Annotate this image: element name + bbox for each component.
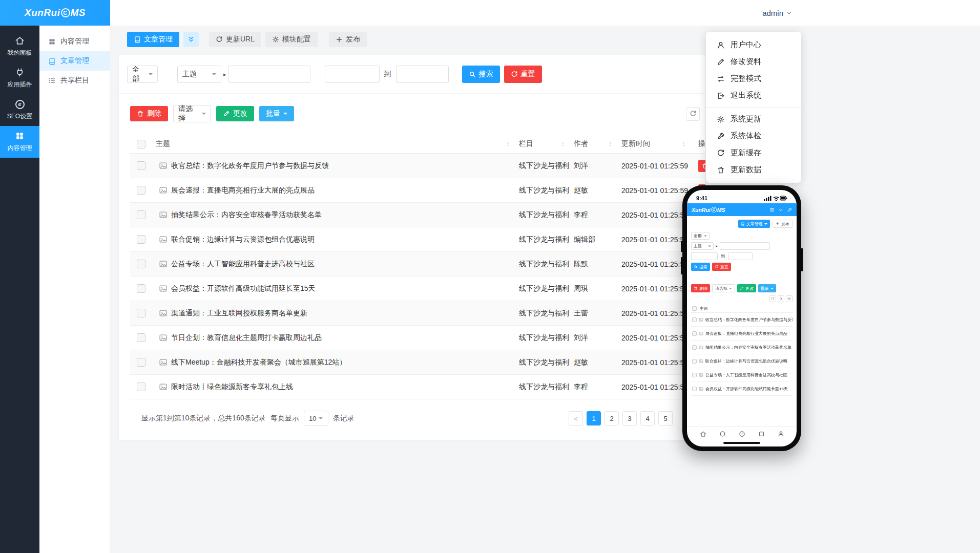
row-checkbox[interactable]	[137, 333, 145, 342]
module-button[interactable]: 文章管理	[127, 32, 179, 47]
change-button[interactable]: 更改	[216, 106, 254, 121]
menu-item-system-update[interactable]: 系统更新	[706, 111, 801, 127]
chevron-down-icon	[283, 113, 287, 117]
row-checkbox[interactable]	[137, 161, 145, 170]
row-checkbox[interactable]	[137, 186, 145, 195]
header-subject[interactable]: 主题	[152, 135, 515, 153]
page-button-3[interactable]: 3	[622, 411, 637, 426]
header-author[interactable]: 作者	[570, 135, 617, 153]
header-ops[interactable]: 操作	[691, 135, 705, 153]
phone-date-from-input[interactable]	[691, 252, 718, 260]
phone-keyword-input[interactable]	[720, 242, 770, 250]
row-checkbox[interactable]	[137, 210, 145, 219]
row-checkbox[interactable]	[137, 309, 145, 317]
date-to-input[interactable]	[396, 66, 449, 83]
plus-circle-icon[interactable]	[739, 431, 745, 437]
header-updated[interactable]: 更新时间	[617, 135, 691, 153]
phone-row-checkbox[interactable]	[692, 317, 697, 322]
batch-button[interactable]: 批量	[259, 106, 294, 121]
menu-item-system-check[interactable]: 系统体检	[706, 127, 801, 144]
rail-item-content[interactable]: 内容管理	[0, 126, 39, 158]
submenu-item-articles[interactable]: 文章管理	[39, 51, 110, 71]
edit-icon	[223, 110, 230, 117]
phone-reset-button[interactable]: 重置	[712, 263, 731, 271]
sort-icon[interactable]	[608, 141, 613, 147]
select-all-checkbox[interactable]	[137, 140, 145, 148]
publish-button[interactable]: 发布	[329, 32, 367, 47]
phone-search-button[interactable]: 搜索	[691, 263, 710, 271]
submenu-item-content[interactable]: 内容管理	[39, 32, 110, 51]
menu-item-edit-profile[interactable]: 修改资料	[706, 53, 801, 70]
header-category[interactable]: 栏目	[515, 135, 570, 153]
phone-delete-button[interactable]: 删除	[691, 284, 710, 292]
page-button-4[interactable]: 4	[640, 411, 655, 426]
update-url-button[interactable]: 更新URL	[209, 32, 261, 47]
chevron-down-icon[interactable]	[778, 207, 783, 212]
menu-icon[interactable]	[786, 295, 793, 302]
menu-item-update-cache[interactable]: 更新缓存	[706, 144, 801, 161]
row-checkbox[interactable]	[137, 260, 145, 268]
phone-module-button[interactable]: 文章管理	[738, 220, 770, 228]
phone-scope-select[interactable]: 全部	[691, 232, 710, 240]
rail-item-plugins[interactable]: 应用插件	[0, 62, 39, 94]
search-icon	[469, 71, 476, 78]
page-size-select[interactable]: 10	[304, 411, 328, 426]
row-delete-button[interactable]	[698, 160, 705, 172]
menu-item-full-mode[interactable]: 完整模式	[706, 70, 801, 87]
menu-item-logout[interactable]: 退出系统	[706, 87, 801, 104]
field-select[interactable]: 主题	[177, 66, 221, 83]
date-from-input[interactable]	[325, 66, 380, 83]
rail-item-label: 内容管理	[8, 144, 32, 153]
refresh-icon[interactable]	[769, 295, 776, 302]
circle-icon[interactable]	[719, 431, 726, 437]
menu-item-update-data[interactable]: 更新数据	[706, 161, 801, 178]
delete-button[interactable]: 删除	[130, 106, 168, 121]
scope-select[interactable]: 全部	[127, 66, 158, 83]
user-icon[interactable]	[778, 431, 784, 437]
row-updated: 2025-01-01 01:25:59	[617, 162, 691, 170]
expand-menu-button[interactable]	[183, 32, 199, 47]
reset-button[interactable]: 重置	[504, 66, 542, 83]
menu-item-user-center[interactable]: 用户中心	[706, 36, 801, 53]
phone-row-checkbox[interactable]	[692, 387, 697, 391]
prev-page-button[interactable]: <	[569, 411, 583, 426]
phone-field-select[interactable]: 主题	[691, 242, 714, 250]
page-button-2[interactable]: 2	[604, 411, 619, 426]
phone-row-checkbox[interactable]	[692, 373, 697, 377]
module-config-button[interactable]: 模块配置	[265, 32, 318, 47]
table-row: 抽奖结果公示：内容安全审核春季活动获奖名单 线下沙龙与福利 李程 2025-01…	[130, 203, 705, 227]
menu-icon[interactable]	[769, 207, 775, 212]
seo-icon: e	[15, 100, 25, 109]
table-refresh-button[interactable]	[686, 107, 700, 121]
row-checkbox[interactable]	[137, 284, 145, 293]
sort-icon[interactable]	[681, 141, 686, 147]
phone-date-to-input[interactable]	[728, 252, 753, 260]
search-icon[interactable]	[778, 295, 784, 302]
admin-user-menu-trigger[interactable]: admin	[762, 0, 792, 26]
phone-status-select[interactable]: 请选择	[712, 284, 735, 292]
keyword-input[interactable]	[228, 66, 310, 83]
status-select[interactable]: 请选择	[173, 105, 211, 122]
phone-row-checkbox[interactable]	[692, 331, 697, 336]
phone-change-button[interactable]: 更改	[737, 284, 756, 292]
wrench-icon[interactable]	[787, 207, 792, 212]
square-icon[interactable]	[758, 431, 765, 437]
phone-batch-button[interactable]: 批量	[758, 284, 776, 292]
rail-item-seo[interactable]: e SEO设置	[0, 94, 39, 126]
home-icon[interactable]	[700, 431, 706, 437]
rail-item-dashboard[interactable]: 我的面板	[0, 31, 39, 62]
search-button[interactable]: 搜索	[462, 66, 500, 83]
row-title: 会员权益：开源软件高级功能试用延长至15天	[171, 284, 316, 293]
sort-icon[interactable]	[560, 141, 566, 147]
submenu-item-shared-columns[interactable]: 共享栏目	[39, 71, 110, 90]
page-button-1[interactable]: 1	[587, 411, 601, 426]
sort-icon[interactable]	[505, 141, 511, 147]
page-button-5[interactable]: 5	[658, 411, 673, 426]
phone-publish-button[interactable]: 发布	[773, 220, 793, 228]
row-checkbox[interactable]	[137, 382, 145, 391]
phone-row-checkbox[interactable]	[692, 359, 697, 364]
phone-select-all-checkbox[interactable]	[692, 306, 697, 311]
row-checkbox[interactable]	[137, 235, 145, 244]
phone-row-checkbox[interactable]	[692, 345, 697, 350]
row-checkbox[interactable]	[137, 358, 145, 367]
